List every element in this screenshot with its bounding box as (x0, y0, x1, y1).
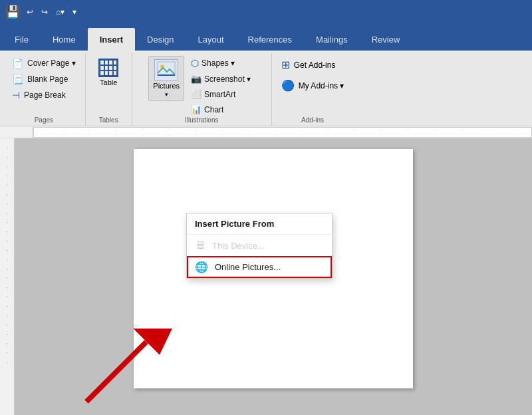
shapes-icon: ⬡ (191, 58, 199, 69)
tab-insert[interactable]: Insert (88, 28, 135, 51)
illustrations-col: ⬡ Shapes ▾ 📷 Screenshot ▾ ⬜ SmartArt 📊 C… (187, 56, 255, 116)
annotation-arrow (66, 329, 173, 411)
pictures-button[interactable]: Pictures ▾ (148, 56, 184, 101)
shapes-label: Shapes ▾ (201, 59, 235, 68)
my-addins-icon: 🔵 (281, 79, 295, 92)
tables-group-label: Tables (99, 116, 118, 126)
redo-button[interactable]: ↪ (39, 6, 51, 18)
insert-picture-dropdown: Insert Picture From 🖥 This Device... 🌐 O… (186, 213, 332, 279)
addins-group-label: Add-ins (301, 116, 324, 126)
ribbon: 📄 Cover Page ▾ 📃 Blank Page ⊣ Page Break… (0, 51, 532, 126)
get-addins-label: Get Add-ins (294, 61, 336, 70)
ribbon-group-pages: 📄 Cover Page ▾ 📃 Blank Page ⊣ Page Break… (3, 53, 86, 126)
tables-buttons: Table (93, 56, 124, 116)
ribbon-group-tables: Table Tables (86, 53, 132, 126)
tab-home[interactable]: Home (41, 28, 88, 51)
shapes-button[interactable]: ⬡ Shapes ▾ (187, 56, 255, 70)
dropdown-header: Insert Picture From (187, 213, 332, 235)
pages-group-label: Pages (35, 116, 53, 126)
tab-file[interactable]: File (3, 28, 41, 51)
ribbon-group-illustrations: Pictures ▾ ⬡ Shapes ▾ 📷 Screenshot ▾ ⬜ S… (132, 53, 272, 126)
main-content: · · · · · · · · · · · · · · · · · · · · … (0, 126, 532, 415)
page-break-icon: ⊣ (12, 90, 20, 100)
table-icon (98, 59, 118, 77)
screenshot-label: Screenshot ▾ (204, 74, 251, 84)
blank-page-button[interactable]: 📃 Blank Page (8, 72, 72, 86)
word-icon: 💾 (5, 5, 20, 19)
addins-buttons: ⊞ Get Add-ins 🔵 My Add-ins ▾ (277, 56, 348, 116)
qat-more[interactable]: ▾ (70, 6, 79, 18)
tab-mailings[interactable]: Mailings (304, 28, 360, 51)
smartart-label: SmartArt (204, 90, 235, 99)
tab-layout[interactable]: Layout (186, 28, 236, 51)
qat-dropdown[interactable]: ⌂▾ (53, 6, 67, 18)
online-pictures-icon: 🌐 (195, 261, 208, 273)
cover-page-button[interactable]: 📄 Cover Page ▾ (8, 56, 80, 70)
my-addins-button[interactable]: 🔵 My Add-ins ▾ (277, 76, 348, 94)
online-pictures-label: Online Pictures... (215, 262, 281, 272)
this-device-icon: 🖥 (195, 239, 205, 251)
chart-icon: 📊 (191, 104, 201, 114)
online-pictures-item[interactable]: 🌐 Online Pictures... (187, 256, 332, 278)
screenshot-icon: 📷 (191, 74, 201, 84)
pictures-icon (154, 59, 178, 80)
page-break-label: Page Break (24, 90, 66, 100)
vertical-ruler: · · · · · · · · · · · · · · · · · · · · … (0, 138, 15, 415)
svg-rect-0 (158, 62, 175, 75)
page-break-button[interactable]: ⊣ Page Break (8, 88, 70, 102)
chart-label: Chart (204, 105, 223, 114)
this-device-label: This Device... (212, 241, 265, 251)
get-addins-icon: ⊞ (281, 59, 290, 71)
table-label: Table (100, 78, 117, 86)
chart-button[interactable]: 📊 Chart (187, 102, 255, 116)
cover-page-icon: 📄 (12, 58, 23, 69)
title-bar: 💾 ↩ ↪ ⌂▾ ▾ (0, 0, 532, 24)
get-addins-button[interactable]: ⊞ Get Add-ins (277, 56, 340, 74)
horizontal-ruler: · · · · · · · · · · · · · · · · · · · · … (33, 127, 532, 138)
illustrations-group-label: Illustrations (185, 116, 219, 126)
cover-page-label: Cover Page ▾ (27, 59, 76, 68)
tab-review[interactable]: Review (360, 28, 412, 51)
svg-line-4 (86, 342, 146, 402)
blank-page-icon: 📃 (12, 74, 23, 84)
svg-rect-2 (158, 74, 175, 76)
tab-references[interactable]: References (236, 28, 304, 51)
my-addins-label: My Add-ins ▾ (299, 81, 344, 90)
smartart-button[interactable]: ⬜ SmartArt (187, 87, 255, 101)
illustrations-buttons: Pictures ▾ ⬡ Shapes ▾ 📷 Screenshot ▾ ⬜ S… (148, 56, 255, 116)
smartart-icon: ⬜ (191, 89, 201, 99)
tab-design[interactable]: Design (135, 28, 186, 51)
table-button[interactable]: Table (93, 56, 124, 89)
undo-button[interactable]: ↩ (24, 6, 36, 18)
ribbon-group-addins: ⊞ Get Add-ins 🔵 My Add-ins ▾ Add-ins (272, 53, 354, 126)
pictures-dropdown-arrow: ▾ (165, 91, 168, 98)
quick-access-toolbar: ↩ ↪ ⌂▾ ▾ (24, 6, 79, 18)
blank-page-label: Blank Page (27, 74, 68, 84)
tab-bar: File Home Insert Design Layout Reference… (0, 24, 532, 51)
pages-buttons: 📄 Cover Page ▾ 📃 Blank Page ⊣ Page Break (8, 56, 80, 116)
this-device-item[interactable]: 🖥 This Device... (187, 235, 332, 256)
screenshot-button[interactable]: 📷 Screenshot ▾ (187, 72, 255, 86)
pictures-label: Pictures (153, 82, 180, 90)
horizontal-ruler-area: · · · · · · · · · · · · · · · · · · · · … (0, 126, 532, 138)
